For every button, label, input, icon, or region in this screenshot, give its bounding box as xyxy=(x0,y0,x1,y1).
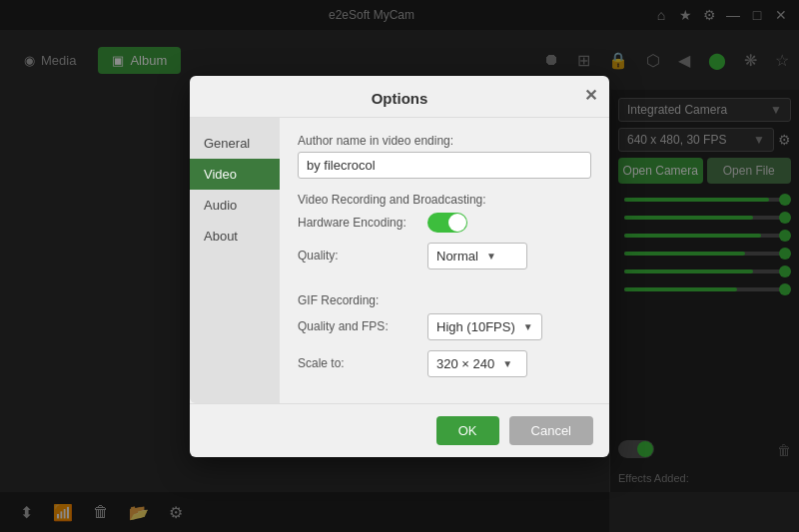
video-section-label: Video Recording and Broadcasting: xyxy=(298,193,591,207)
hardware-encoding-toggle[interactable] xyxy=(427,213,467,233)
dialog-sidebar: General Video Audio About xyxy=(190,118,280,403)
quality-value: Normal xyxy=(436,249,478,264)
gif-quality-arrow-icon: ▼ xyxy=(523,321,533,332)
dialog-content: Author name in video ending: Video Recor… xyxy=(280,118,609,403)
gif-quality-label: Quality and FPS: xyxy=(298,319,427,333)
gif-quality-select[interactable]: High (10FPS) ▼ xyxy=(427,313,542,340)
sidebar-item-general[interactable]: General xyxy=(190,128,280,159)
hardware-encoding-row: Hardware Encoding: xyxy=(298,213,591,233)
gif-quality-row: Quality and FPS: High (10FPS) ▼ xyxy=(298,313,591,340)
gif-section-label: GIF Recording: xyxy=(298,293,591,307)
author-label: Author name in video ending: xyxy=(298,134,591,148)
dialog-body: General Video Audio About Author name in… xyxy=(190,118,609,403)
scale-select[interactable]: 320 × 240 ▼ xyxy=(427,350,527,377)
dialog-close-button[interactable]: ✕ xyxy=(584,86,597,105)
dialog-header: Options ✕ xyxy=(190,76,609,118)
quality-row: Quality: Normal ▼ xyxy=(298,243,591,269)
sidebar-item-audio[interactable]: Audio xyxy=(190,190,280,221)
dialog-overlay: Options ✕ General Video Audio About xyxy=(0,0,799,532)
sidebar-item-video[interactable]: Video xyxy=(190,159,280,190)
quality-arrow-icon: ▼ xyxy=(486,251,496,262)
dialog-footer: OK Cancel xyxy=(190,403,609,457)
dialog-title: Options xyxy=(372,90,428,107)
scale-value: 320 × 240 xyxy=(436,356,494,371)
scale-row: Scale to: 320 × 240 ▼ xyxy=(298,350,591,377)
scale-label: Scale to: xyxy=(298,356,427,370)
gif-quality-value: High (10FPS) xyxy=(436,319,515,334)
options-dialog: Options ✕ General Video Audio About xyxy=(190,76,609,457)
ok-button[interactable]: OK xyxy=(436,416,499,445)
quality-label: Quality: xyxy=(298,249,427,263)
scale-arrow-icon: ▼ xyxy=(502,358,512,369)
video-section: Video Recording and Broadcasting: Hardwa… xyxy=(298,193,591,279)
hardware-encoding-label: Hardware Encoding: xyxy=(298,216,427,230)
author-section: Author name in video ending: xyxy=(298,134,591,179)
quality-select[interactable]: Normal ▼ xyxy=(427,243,527,269)
sidebar-item-about[interactable]: About xyxy=(190,221,280,252)
cancel-button[interactable]: Cancel xyxy=(509,416,593,445)
author-input[interactable] xyxy=(298,152,591,179)
gif-section: GIF Recording: Quality and FPS: High (10… xyxy=(298,293,591,387)
